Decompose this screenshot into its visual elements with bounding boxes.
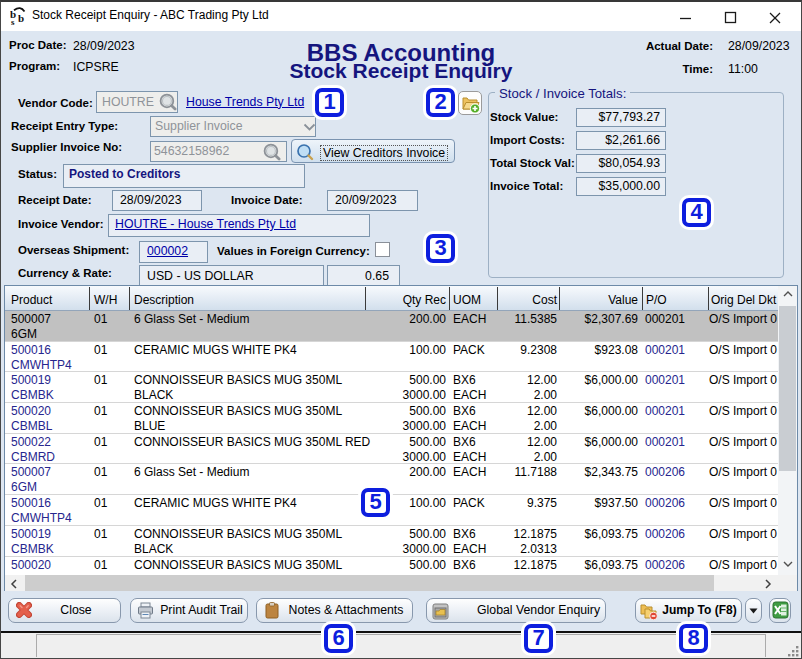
svg-text:b: b — [18, 12, 24, 24]
svg-text:s: s — [11, 17, 15, 25]
